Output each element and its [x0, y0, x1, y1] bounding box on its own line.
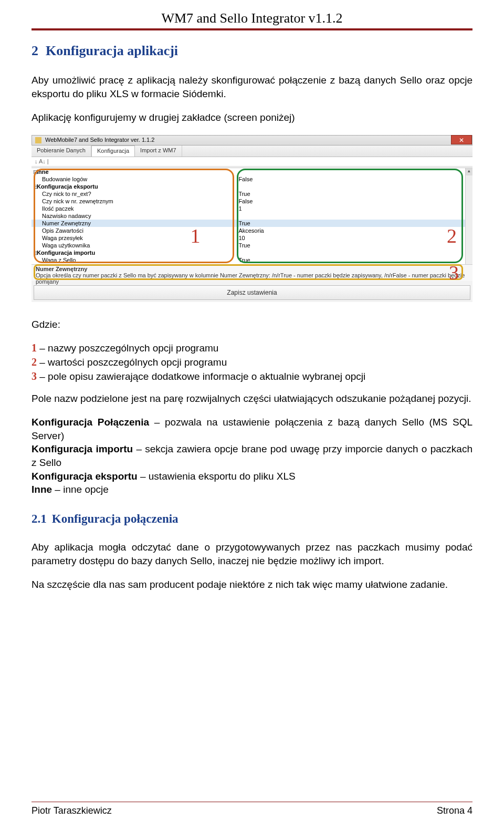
legend-block: 1 – nazwy poszczególnych opcji programu … — [32, 342, 472, 382]
description-text: Opcja określa czy numer paczki z Sello m… — [36, 272, 468, 285]
intro-p1: Aby umożliwić pracę z aplikacją należy s… — [32, 74, 472, 100]
collapse-icon[interactable]: ⊟ — [33, 183, 38, 190]
row-opis-zawartosci[interactable]: Opis ZawartościAkcesoria — [32, 227, 472, 234]
intro-p2: Aplikację konfigurujemy w drugiej zakład… — [32, 111, 472, 124]
gdzie-title: Gdzie: — [32, 318, 472, 331]
close-icon[interactable]: ✕ — [451, 135, 472, 144]
description-panel: Numer Zewnętrzny Opcja określa czy numer… — [32, 264, 472, 281]
row-budowanie-logow[interactable]: Budowanie logówFalse — [32, 175, 472, 183]
legend-1: 1 – nazwy poszczególnych opcji programu — [32, 342, 472, 354]
ke-bold: Konfiguracja eksportu — [32, 471, 138, 482]
tab-pobieranie[interactable]: Pobieranie Danych — [32, 146, 91, 157]
collapse-icon[interactable]: ⊟ — [33, 168, 38, 175]
window-titlebar: WebMobile7 and Sello Integrator ver. 1.1… — [32, 135, 472, 146]
row-nick-zewn[interactable]: Czy nick w nr. zewnętrznymFalse — [32, 198, 472, 205]
window-title: WebMobile7 and Sello Integrator ver. 1.1… — [45, 137, 154, 143]
section-title: Konfiguracja aplikacji — [46, 43, 178, 58]
scroll-up-icon[interactable]: ▴ — [466, 168, 472, 175]
sub-p1: Aby aplikacja mogła odczytać dane o przy… — [32, 541, 472, 567]
row-numer-zewnetrzny[interactable]: Numer ZewnętrznyTrue — [32, 220, 472, 227]
tab-konfiguracja[interactable]: Konfiguracja — [91, 146, 135, 157]
subsection-title: Konfiguracja połączenia — [52, 512, 178, 525]
config-list: Konfiguracja Połączenia – pozwala na ust… — [32, 416, 472, 496]
page-footer: Piotr Taraszkiewicz Strona 4 — [32, 802, 472, 816]
footer-rule — [32, 802, 472, 802]
header-rule — [32, 28, 472, 30]
section-heading: 2Konfiguracja aplikacji — [32, 43, 472, 59]
row-nazwisko-nadawcy[interactable]: Nazwisko nadawcy — [32, 212, 472, 220]
ke-rest: – ustawienia eksportu do pliku XLS — [138, 471, 296, 482]
row-cat-import[interactable]: ⊟Konfiguracja importu — [32, 249, 472, 256]
property-grid: ⊟Inne Budowanie logówFalse ⊟Konfiguracja… — [32, 168, 472, 280]
pole-para: Pole nazw podzielone jest na parę rozwij… — [32, 392, 472, 406]
description-title: Numer Zewnętrzny — [36, 266, 468, 272]
row-ilosc-paczek[interactable]: Ilość paczek1 — [32, 205, 472, 212]
tab-import[interactable]: Import z WM7 — [135, 146, 182, 157]
sub-p2: Na szczęście dla nas sam producent podaj… — [32, 578, 472, 592]
kp-bold: Konfiguracja Połączenia — [32, 417, 149, 428]
legend-3: 3 – pole opisu zawierające dodatkowe inf… — [32, 370, 472, 382]
app-screenshot: WebMobile7 and Sello Integrator ver. 1.1… — [32, 135, 472, 302]
scrollbar[interactable]: ▴ — [465, 168, 472, 280]
section-number: 2 — [32, 43, 38, 58]
subsection-heading: 2.1Konfiguracja połączenia — [32, 512, 472, 526]
in-bold: Inne — [32, 484, 52, 495]
in-rest: – inne opcje — [52, 484, 109, 495]
footer-author: Piotr Taraszkiewicz — [32, 805, 112, 816]
collapse-icon[interactable]: ⊟ — [33, 249, 38, 256]
row-cat-eksport[interactable]: ⊟Konfiguracja eksportu — [32, 183, 472, 190]
tabs-row: Pobieranie Danych Konfiguracja Import z … — [32, 146, 472, 157]
doc-header-title: WM7 and Sello Integrator v1.1.2 — [32, 11, 472, 26]
row-waga-przesylek[interactable]: Waga przesyłek10 — [32, 234, 472, 242]
legend-2: 2 – wartości poszczególnych opcji progra… — [32, 356, 472, 368]
row-waga-sello[interactable]: Waga z SelloTrue — [32, 256, 472, 264]
ki-bold: Konfiguracja importu — [32, 443, 133, 454]
app-icon — [35, 137, 41, 143]
footer-page: Strona 4 — [437, 805, 472, 816]
grid-toolbar: ↓ A↓ | — [32, 157, 472, 167]
row-cat-inne[interactable]: ⊟Inne — [32, 168, 472, 175]
row-waga-uzytkownika[interactable]: Waga użytkownikaTrue — [32, 242, 472, 249]
row-nick-nr-ext[interactable]: Czy nick to nr_ext?True — [32, 190, 472, 198]
save-settings-button[interactable]: Zapisz ustawienia — [34, 285, 470, 300]
subsection-number: 2.1 — [32, 512, 47, 525]
